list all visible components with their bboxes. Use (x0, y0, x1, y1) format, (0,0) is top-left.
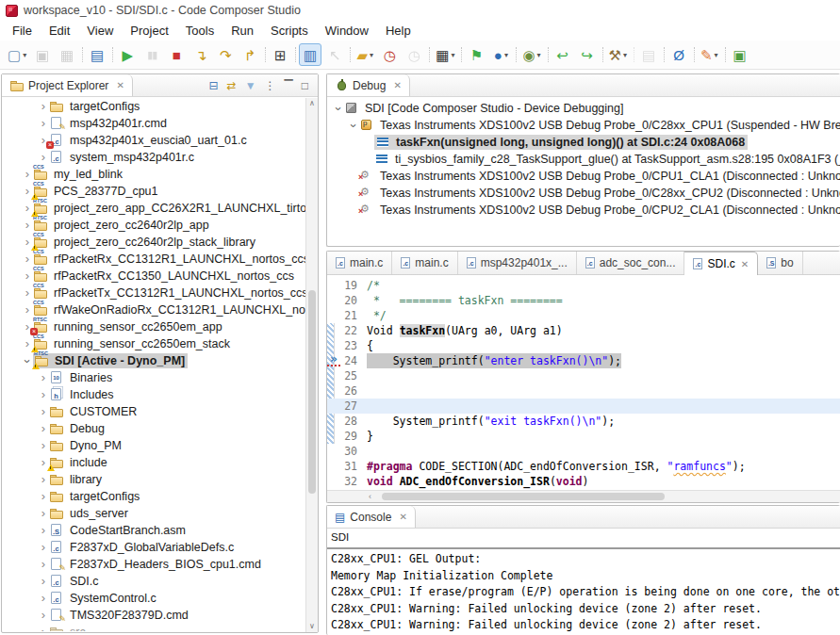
chevron-right-icon[interactable]: › (38, 591, 49, 605)
dropdown-arrow-icon[interactable]: ▾ (715, 51, 718, 59)
project-item[interactable]: ›Dyno_PM (2, 437, 305, 454)
project-item[interactable]: ›10Binaries (2, 369, 305, 386)
code-editor[interactable]: » 19/*20 * ======== taskFxn ========21 *… (327, 275, 840, 490)
project-item[interactable]: ›Debug (2, 420, 305, 437)
highlight-pen-button[interactable]: ✎▾ (698, 43, 721, 66)
code-line-21[interactable]: 21 */ (327, 308, 840, 323)
code-line-27[interactable]: 27 (327, 399, 840, 414)
chevron-right-icon[interactable]: › (38, 116, 49, 130)
menu-window[interactable]: Window (317, 22, 377, 40)
step-return-button[interactable]: ↱ (239, 43, 261, 66)
tab-project-explorer[interactable]: Project Explorer ✕ (2, 74, 133, 96)
view-grid-button[interactable]: ⊞ (269, 43, 291, 66)
project-item[interactable]: ›✎msp432p401r.cmd (2, 115, 305, 132)
chevron-right-icon[interactable]: › (38, 404, 49, 418)
chevron-right-icon[interactable]: › (38, 370, 49, 384)
project-item[interactable]: ›hIncludes (2, 386, 305, 403)
project-item[interactable]: ›targetConfigs (2, 98, 305, 115)
project-item[interactable]: ›targetConfigs (2, 488, 305, 505)
project-item[interactable]: ›CCSrfWakeOnRadioRx_CC1312R1_LAUNCHXL_no… (2, 301, 305, 318)
code-line-19[interactable]: 19/* (327, 278, 840, 293)
project-item[interactable]: ›RTSCproject_zero_app_CC26X2R1_LAUNCHXL_… (2, 200, 305, 217)
chevron-right-icon[interactable]: › (38, 387, 49, 401)
project-item[interactable]: ›.cSystemControl.c (2, 590, 305, 607)
code-line-26[interactable]: 26 (327, 383, 840, 399)
chevron-right-icon[interactable]: › (22, 285, 33, 300)
scrollbar-thumb[interactable] (382, 493, 665, 500)
dropdown-arrow-icon[interactable]: ▾ (504, 51, 508, 59)
project-item[interactable]: ›CUSTOMER (2, 403, 305, 420)
project-item[interactable]: ›✎TMS320F28379D.cmd (2, 607, 305, 624)
save-button[interactable]: ▣ (31, 43, 54, 66)
connect-target-button[interactable]: ▥ (299, 43, 321, 66)
scroll-up-icon[interactable]: ∧ (306, 98, 318, 109)
debug-launch-button[interactable]: ◉▾ (519, 43, 543, 66)
close-icon[interactable]: ✕ (393, 80, 401, 90)
new-target-config-button[interactable]: ●▾ (489, 43, 512, 66)
step-forward-button[interactable]: ↪ (576, 43, 599, 66)
code-line-31[interactable]: 31#pragma CODE_SECTION(ADC_endOfConversi… (327, 459, 840, 474)
project-item[interactable]: ›.SCodeStartBranch.asm (2, 522, 305, 539)
project-item[interactable]: ›RTSC×running_sensor_cc2650em_app (2, 318, 305, 335)
view-menu-icon[interactable]: ⋮ (265, 80, 276, 91)
editor-hscrollbar[interactable]: ‹ (327, 490, 840, 502)
load-program-button[interactable]: ▰▾ (354, 43, 376, 66)
chevron-right-icon[interactable]: › (38, 540, 49, 554)
code-line-29[interactable]: 29} (327, 429, 840, 444)
project-item[interactable]: ›CCSproject_zero_cc2640r2lp_stack_librar… (2, 234, 305, 251)
project-item[interactable]: ›.cF2837xD_GlobalVariableDefs.c (2, 539, 305, 556)
editor-tab-adc-soc-con-[interactable]: .cadc_soc_con... (577, 252, 685, 274)
close-icon[interactable]: ✕ (399, 512, 406, 522)
scroll-left-icon[interactable]: ‹ (369, 491, 371, 502)
chevron-right-icon[interactable]: › (22, 167, 33, 181)
project-tree-scrollbar[interactable]: ∧ ∨ (305, 98, 318, 632)
debug-tree[interactable]: ›SDI [Code Composer Studio - Device Debu… (329, 100, 840, 246)
search-button[interactable]: Ø (667, 43, 690, 66)
menu-edit[interactable]: Edit (41, 22, 78, 40)
scrollbar-thumb[interactable] (308, 290, 316, 493)
code-line-30[interactable]: 30 (327, 444, 840, 459)
chevron-right-icon[interactable]: › (38, 472, 49, 486)
dropdown-arrow-icon[interactable]: ▾ (537, 51, 541, 59)
step-back-button[interactable]: ↩ (552, 43, 574, 66)
project-item[interactable]: ›RTSCSDI [Active - Dyno_PM] (2, 352, 305, 369)
chevron-right-icon[interactable]: › (22, 252, 33, 266)
code-line-32[interactable]: 32void ADC_endOfConversion_ISR(void) (327, 474, 840, 489)
debug-item[interactable]: ›SDI [Code Composer Studio - Device Debu… (329, 100, 840, 117)
tab-console[interactable]: ▤ Console ✕ (327, 506, 416, 528)
chevron-right-icon[interactable]: › (38, 625, 49, 632)
save-all-button[interactable]: ▦ (56, 43, 78, 66)
project-item[interactable]: ›.cSDI.c (2, 573, 305, 590)
chevron-right-icon[interactable]: › (38, 421, 49, 435)
dropdown-arrow-icon[interactable]: ▾ (451, 51, 454, 59)
project-item[interactable]: ›uds_server (2, 505, 305, 522)
chevron-right-icon[interactable]: › (22, 218, 33, 232)
profile-clock-disabled-button[interactable]: ◷ (403, 43, 425, 66)
resume-button[interactable]: ▶ (116, 43, 139, 66)
close-icon[interactable]: ✕ (116, 80, 124, 90)
profile-clock-button[interactable]: ◷ (378, 43, 401, 66)
trace-button[interactable]: ▤ (637, 43, 660, 66)
collapse-all-icon[interactable]: ⊟ (209, 80, 219, 91)
console-view-button[interactable]: ▤ (86, 43, 108, 66)
menu-view[interactable]: View (78, 22, 122, 40)
editor-tab-main-c[interactable]: .cmain.c (392, 252, 457, 274)
chevron-right-icon[interactable]: › (22, 269, 33, 283)
project-item[interactable]: ›src (2, 624, 305, 631)
project-item[interactable]: ›.csystem_msp432p401r.c (2, 149, 305, 166)
minimize-icon[interactable]: ▔ (285, 80, 293, 91)
chevron-right-icon[interactable]: › (22, 302, 33, 317)
editor-tab-bo[interactable]: .Sbo (758, 252, 802, 274)
restore-views-button[interactable]: ↖ (323, 43, 346, 66)
suspend-button[interactable]: ▮▮ (140, 43, 163, 66)
code-line-25[interactable]: 25 (327, 368, 840, 383)
reset-button[interactable]: ⚑ (465, 43, 487, 66)
open-perspective-button[interactable]: ▣ (729, 43, 751, 66)
dropdown-arrow-icon[interactable]: ▾ (23, 51, 26, 59)
project-item[interactable]: ›.c×msp432p401x_euscia0_uart_01.c (2, 132, 305, 149)
project-item[interactable]: ›CCSrfPacketRx_CC1312R1_LAUNCHXL_nortos_… (2, 251, 305, 268)
flash-device-button[interactable]: ▦▾ (433, 43, 457, 66)
editor-tab-main-c[interactable]: .cmain.c (327, 252, 392, 274)
step-over-button[interactable]: ↷ (214, 43, 237, 66)
filter-icon[interactable]: ▼ (245, 80, 256, 91)
